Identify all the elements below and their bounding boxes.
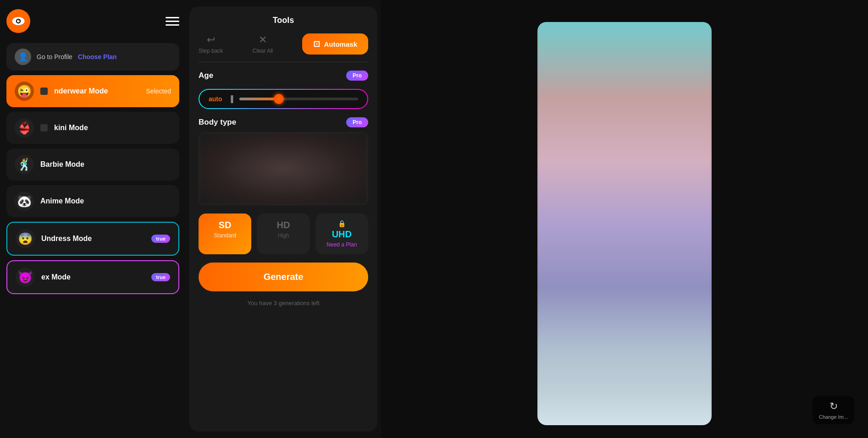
step-back-button[interactable]: ↩ Step back (199, 34, 223, 54)
sd-sub: Standard (214, 232, 236, 239)
tools-title: Tools (199, 16, 368, 25)
color-block (40, 124, 48, 131)
age-pro-badge: Pro (346, 71, 368, 81)
color-block (40, 88, 48, 95)
mode-item-barbie[interactable]: 🕺 Barbie Mode (6, 148, 179, 181)
uhd-name: UHD (332, 229, 352, 240)
barbie-mode-label: Barbie Mode (40, 160, 171, 169)
image-background (537, 22, 712, 425)
step-back-icon: ↩ (207, 34, 215, 46)
age-section-header: Age Pro (199, 71, 368, 81)
automask-icon: ⊡ (313, 39, 320, 49)
step-back-label: Step back (199, 48, 223, 54)
sd-name: SD (219, 220, 232, 230)
selected-badge: Selected (146, 88, 171, 95)
change-image-button[interactable]: ↻ Change Im... (813, 396, 854, 424)
eye-icon (11, 14, 25, 28)
underwear-mode-label: nderwear Mode (54, 87, 140, 95)
sex-emoji: 😈 (16, 268, 35, 287)
undress-pro-badge: true (151, 235, 170, 243)
refresh-icon: ↻ (829, 400, 838, 412)
clear-all-button[interactable]: ✕ Clear All (253, 34, 273, 54)
sd-quality-button[interactable]: SD Standard (199, 214, 251, 254)
lock-icon: 🔒 (338, 220, 346, 227)
svg-point-3 (18, 20, 19, 21)
generations-left-label: You have 3 generations left (199, 300, 368, 307)
undress-emoji: 😨 (16, 229, 35, 248)
clear-all-label: Clear All (253, 48, 273, 54)
tools-actions: ↩ Step back ✕ Clear All ⊡ Automask (199, 33, 368, 62)
tools-panel: Tools ↩ Step back ✕ Clear All ⊡ Automask… (189, 6, 377, 432)
barbie-emoji: 🕺 (15, 155, 34, 174)
sex-mode-label: ex Mode (41, 273, 145, 281)
undress-mode-label: Undress Mode (41, 235, 145, 243)
slider-auto-label: auto (209, 95, 222, 103)
hd-quality-button[interactable]: HD High (257, 214, 310, 254)
mode-item-undress[interactable]: 😨 Undress Mode true (6, 222, 179, 256)
mode-item-bikini[interactable]: 👙 kini Mode (6, 112, 179, 144)
go-to-profile-label[interactable]: Go to Profile (37, 53, 72, 60)
body-preview-image (199, 132, 368, 205)
age-slider-track[interactable] (239, 98, 358, 100)
quality-row: SD Standard HD High 🔒 UHD Need a Plan (199, 214, 368, 254)
bikini-mode-label: kini Mode (54, 124, 171, 132)
anime-mode-label: Anime Mode (40, 197, 171, 205)
slider-thumb[interactable] (274, 94, 284, 104)
mode-item-underwear[interactable]: 😜 nderwear Mode Selected (6, 75, 179, 107)
automask-button[interactable]: ⊡ Automask (302, 33, 368, 55)
uhd-sub: Need a Plan (326, 241, 357, 248)
avatar: 👤 (15, 49, 31, 65)
body-type-preview (199, 132, 368, 205)
slider-bars-icon: ▐ (229, 95, 233, 103)
bikini-emoji: 👙 (15, 118, 34, 137)
hamburger-menu[interactable] (166, 17, 179, 26)
body-type-section: Body type Pro (199, 117, 368, 205)
mode-item-anime[interactable]: 🐼 Anime Mode (6, 185, 179, 217)
choose-plan-button[interactable]: Choose Plan (78, 53, 117, 60)
automask-label: Automask (324, 40, 357, 48)
anime-emoji: 🐼 (15, 192, 34, 211)
hd-sub: High (278, 232, 289, 239)
change-image-label: Change Im... (819, 414, 848, 420)
hd-name: HD (277, 220, 290, 230)
generate-button[interactable]: Generate (199, 263, 368, 291)
age-label: Age (199, 71, 213, 80)
image-panel: ↻ Change Im... (381, 0, 868, 438)
clear-all-icon: ✕ (259, 34, 267, 46)
body-type-header: Body type Pro (199, 117, 368, 127)
age-slider-container[interactable]: auto ▐ (199, 89, 368, 109)
sidebar: 👤 Go to Profile Choose Plan 😜 nderwear M… (0, 0, 186, 438)
mode-item-sex[interactable]: 😈 ex Mode true (6, 260, 179, 294)
body-type-pro-badge: Pro (346, 117, 368, 127)
uhd-quality-button[interactable]: 🔒 UHD Need a Plan (315, 214, 368, 254)
profile-bar: 👤 Go to Profile Choose Plan (6, 43, 179, 71)
logo (6, 9, 30, 33)
underwear-emoji: 😜 (15, 82, 34, 101)
sidebar-header (6, 7, 179, 38)
image-preview (537, 22, 712, 425)
sex-pro-badge: true (151, 273, 170, 281)
body-type-label: Body type (199, 118, 236, 127)
